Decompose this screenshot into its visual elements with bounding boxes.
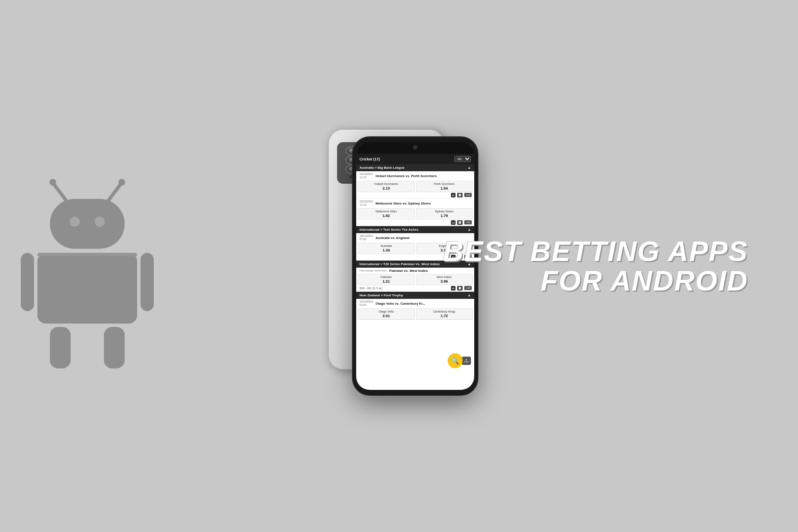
match-1-team2-odds: 1.64 (418, 186, 471, 190)
scene: Cricket (17) ML Australia > Big Bash Lea… (0, 0, 798, 532)
more-btn-1[interactable]: +92 (464, 193, 472, 197)
match-3-team1[interactable]: Australia 1.34 (358, 243, 415, 254)
section-title-t20: International > T20 Series Pakistan Vs. … (360, 262, 440, 266)
match-5-info: 14/12/2021 01:00 Otago Volts vs. Canterb… (356, 299, 474, 308)
match-5-datetime: 14/12/2021 01:00 (360, 300, 373, 307)
stats-icon-1[interactable]: ⊞ (451, 193, 456, 197)
match-4-title: Pakistan vs. West Indies (389, 269, 428, 273)
match-5: 14/12/2021 01:00 Otago Volts vs. Canterb… (356, 299, 474, 320)
match-1-info: 14/12/2021 11:15 Hobart Hurricanes vs. P… (356, 171, 474, 181)
match-2-team2-name: Sydney Sixers (418, 210, 471, 213)
match-2-info: 15/12/2021 11:15 Melbourne Stars vs. Syd… (356, 199, 474, 208)
section-arrow-ashes[interactable]: ▲ (468, 228, 471, 232)
match-2-title: Melbourne Stars vs. Sydney Sixers (376, 202, 431, 205)
match-2-team1[interactable]: Melbourne Stars 1.92 (358, 208, 415, 219)
match-3-team1-name: Australia (360, 244, 413, 247)
match-3-title: Australia vs. England (376, 236, 409, 240)
match-5-team2-name: Canterbury Kings (418, 310, 471, 313)
svg-rect-11 (104, 327, 125, 368)
ml-dropdown[interactable]: ML (454, 156, 471, 162)
match-1-footer: ⊞ 📊 +92 (356, 192, 474, 198)
match-5-team2-odds: 1.72 (418, 314, 471, 318)
section-header-ashes: International > Test Series The Ashes ▲ (356, 226, 474, 233)
match-1-team2-name: Perth Scorchers (418, 182, 471, 185)
app-title: Cricket (17) (360, 157, 380, 161)
match-1-title: Hobart Hurricanes vs. Perth Scorchers (376, 174, 437, 178)
match-4-note: First innings, home team (360, 269, 387, 272)
search-fab-button[interactable]: 🔍 (448, 353, 463, 368)
match-2-teams: Melbourne Stars 1.92 Sydney Sixers 1.79 (358, 208, 473, 219)
svg-line-2 (108, 184, 121, 201)
section-header-big-bash: Australia > Big Bash League ▲ (356, 164, 474, 171)
match-1-team1-name: Hobart Hurricanes (360, 182, 413, 185)
svg-point-6 (95, 217, 105, 227)
match-2: 15/12/2021 11:15 Melbourne Stars vs. Syd… (356, 199, 474, 226)
match-5-team2[interactable]: Canterbury Kings 1.72 (416, 308, 473, 320)
section-arrow-big-bash[interactable]: ▲ (468, 166, 471, 170)
svg-rect-8 (21, 253, 34, 311)
match-1-team2[interactable]: Perth Scorchers 1.64 (416, 181, 473, 192)
svg-rect-4 (50, 199, 125, 249)
chart-icon-2[interactable]: 📊 (457, 220, 463, 225)
match-2-team2-odds: 1.79 (418, 214, 471, 218)
headline-line1: BEST BETTING APPS (443, 236, 748, 266)
match-1-teams: Hobart Hurricanes 2.13 Perth Scorchers 1… (358, 181, 473, 192)
svg-rect-12 (37, 253, 137, 256)
match-5-team1[interactable]: Otago Volts 2.01 (358, 308, 415, 320)
svg-point-3 (118, 179, 125, 185)
match-1-datetime: 14/12/2021 11:15 (360, 172, 373, 180)
match-2-datetime: 15/12/2021 11:15 (360, 200, 373, 207)
svg-point-5 (70, 217, 80, 227)
match-1-team1[interactable]: Hobart Hurricanes 2.13 (358, 181, 415, 192)
match-5-team1-name: Otago Volts (360, 310, 413, 313)
front-camera (413, 145, 417, 150)
search-fab-icon: 🔍 (451, 357, 459, 365)
top-button[interactable]: ▲ TOP (462, 357, 471, 365)
svg-rect-7 (37, 253, 137, 323)
more-btn-2[interactable]: +92 (464, 220, 472, 224)
match-2-team2[interactable]: Sydney Sixers 1.79 (416, 208, 473, 219)
svg-point-1 (49, 179, 56, 185)
match-1: 14/12/2021 11:15 Hobart Hurricanes vs. P… (356, 171, 474, 199)
match-4-team1-odds: 1.21 (360, 279, 413, 283)
right-side-text: BEST BETTING APPS FOR ANDROID (443, 236, 748, 296)
match-2-team1-name: Melbourne Stars (360, 210, 413, 213)
svg-rect-9 (140, 253, 154, 311)
match-2-team1-odds: 1.92 (360, 214, 413, 218)
match-2-footer: ⊞ 📊 +92 (356, 219, 474, 226)
match-4-team1-name: Pakistan (360, 276, 413, 278)
match-5-team1-odds: 2.01 (360, 314, 413, 318)
svg-rect-10 (50, 327, 71, 368)
match-4-team1[interactable]: Pakistan 1.21 (358, 274, 415, 285)
section-title-ford: New Zealand > Ford Trophy (360, 293, 403, 297)
android-robot-icon (12, 161, 162, 379)
svg-line-0 (54, 184, 66, 201)
chart-icon-1[interactable]: 📊 (457, 193, 463, 197)
match-5-title: Otago Volts vs. Canterbury Ki... (376, 302, 425, 305)
match-1-team1-odds: 2.13 (360, 186, 413, 190)
match-3-team1-odds: 1.34 (360, 248, 413, 252)
section-title-big-bash: Australia > Big Bash League (360, 166, 404, 170)
match-4-score: 99/2 - 0/0 (11.5 ov) (359, 287, 449, 290)
match-3-datetime: 16/12/2021 07:00 (360, 234, 373, 241)
app-header: Cricket (17) ML (356, 154, 474, 164)
stats-icon-2[interactable]: ⊞ (451, 220, 456, 225)
match-5-teams: Otago Volts 2.01 Canterbury Kings 1.72 (358, 308, 473, 320)
section-title-ashes: International > Test Series The Ashes (360, 228, 419, 232)
headline-line2: FOR ANDROID (443, 266, 748, 296)
